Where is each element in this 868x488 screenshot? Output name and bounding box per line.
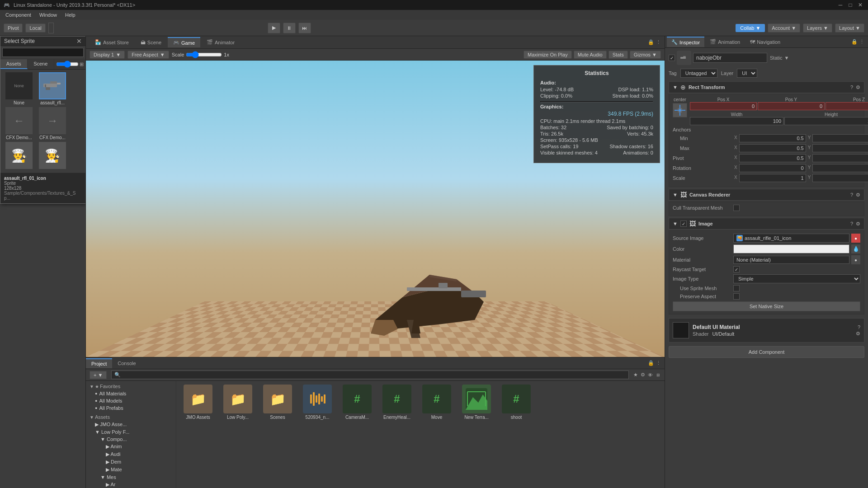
sprite-search-input[interactable] [2,48,84,57]
close-btn[interactable]: ✕ [856,1,864,9]
tree-ar[interactable]: ▶ Ar [104,481,174,488]
rect-transform-header[interactable]: ▼ ⊕ Rect Transform ? ⚙ [669,81,864,93]
scale-slider[interactable] [186,51,222,58]
gizmos-button[interactable]: Gizmos ▼ [630,51,661,59]
layout-button[interactable]: Layout ▼ [835,23,864,33]
minimize-btn[interactable]: ─ [836,1,844,9]
scale-x[interactable] [739,174,806,182]
height-field[interactable] [784,117,868,125]
sprite-tab-scene[interactable]: Scene [28,59,55,69]
proj-options-icon[interactable]: ⋮ [656,360,661,366]
tab-project[interactable]: Project [86,358,112,368]
sprite-item-none[interactable]: None None [3,72,35,105]
sprite-size-slider[interactable] [56,61,79,67]
tree-mes[interactable]: ▼ Mes [99,474,174,481]
image-enable-checkbox[interactable] [680,221,687,227]
rot-x[interactable] [739,164,806,172]
tab-navigation[interactable]: 🗺 Navigation [745,38,785,47]
layers-button[interactable]: Layers ▼ [803,23,832,33]
obj-enable-checkbox[interactable] [669,55,675,61]
pos-x-field[interactable] [690,102,757,110]
tab-console[interactable]: Console [112,359,141,368]
tab-inspector[interactable]: 🔧 Inspector [667,37,704,47]
display-button[interactable]: Display 1 ▼ [90,51,125,59]
layer-select[interactable]: UI [737,69,757,78]
use-sprite-checkbox[interactable] [733,285,740,291]
tab-asset-store[interactable]: 🏪 Asset Store [90,38,134,47]
rect-settings-icon[interactable]: ⚙ [856,84,860,90]
maximize-btn[interactable]: □ [846,1,854,9]
obj-name-input[interactable] [693,53,767,63]
sprite-window-close[interactable]: ✕ [76,38,82,44]
insp-lock-icon[interactable]: 🔒 [851,39,858,45]
tab-animator[interactable]: 🎬 Animator [201,38,240,47]
step-button[interactable]: ⏭ [298,23,311,33]
search-eye-icon[interactable]: 👁 [648,372,653,378]
anchor-icon[interactable] [673,103,687,117]
pause-button[interactable]: ⏸ [283,23,296,33]
image-help-icon[interactable]: ? [850,221,853,226]
anchor-max-x[interactable] [739,144,806,152]
asset-camera[interactable]: # CameraM... [339,385,375,420]
image-type-select[interactable]: Simple [733,274,860,283]
create-button[interactable]: + ▼ [90,371,107,379]
sprite-item-cfx1[interactable]: ← CFX Demo... [3,107,35,140]
pivot-x[interactable] [739,154,806,162]
asset-lowpoly[interactable]: 📁 Low Poly... [220,385,256,420]
add-component-button[interactable]: Add Component [669,346,864,358]
sprite-item-cfx2[interactable]: → CFX Demo... [37,107,68,140]
tree-lowpoly[interactable]: ▼ Low Poly F... [93,428,174,436]
canvas-help-icon[interactable]: ? [850,192,853,197]
asset-search-input[interactable] [121,372,626,378]
pos-z-field[interactable] [826,102,868,110]
asset-terrain[interactable]: New Terra... [458,385,495,420]
tab-animation[interactable]: 🎬 Animation [705,37,745,47]
mute-button[interactable]: Mute Audio [574,51,607,59]
scene-options-icon[interactable]: ⋮ [656,39,661,45]
anchor-min-y[interactable] [812,134,868,142]
asset-scenes[interactable]: 📁 Scenes [259,385,296,420]
canvas-settings-icon[interactable]: ⚙ [856,192,860,198]
asset-520934[interactable]: 520934_n... [299,385,335,420]
pivot-y[interactable] [812,154,868,162]
tree-dem[interactable]: ▶ Dem [104,458,174,466]
anchor-min-x[interactable] [739,134,806,142]
tree-all-materials[interactable]: ● All Materials [93,390,174,397]
cull-checkbox[interactable] [733,205,740,211]
material-select-btn[interactable]: ● [851,255,860,264]
scale-y[interactable] [812,174,868,182]
sprite-item-chef1[interactable]: 👨‍🍳 [3,142,35,170]
play-button[interactable]: ▶ [268,23,280,33]
scene-lock-icon[interactable]: 🔒 [648,39,654,45]
color-picker[interactable] [733,244,849,253]
tree-mate[interactable]: ▶ Mate [104,466,174,474]
anchor-max-y[interactable] [812,144,868,152]
sprite-tab-assets[interactable]: Assets [0,59,28,69]
tab-game[interactable]: 🎮 Game [168,37,200,47]
pos-y-field[interactable] [758,102,825,110]
static-dropdown[interactable]: ▼ [784,55,789,61]
width-field[interactable] [690,117,783,125]
asset-jmo[interactable]: 📁 JMO Assets [180,385,216,420]
tree-all-prefabs[interactable]: ● All Prefabs [93,404,174,412]
insp-options-icon[interactable]: ⋮ [859,39,864,45]
search-filter-icon[interactable]: ⚙ [641,372,645,378]
pivot-button[interactable]: Pivot [4,23,23,33]
canvas-renderer-header[interactable]: ▼ 🖼 Canvas Renderer ? ⚙ [669,189,864,201]
color-eyedropper[interactable]: 💧 [851,244,860,253]
collab-button[interactable]: Collab ▼ [736,24,765,32]
proj-lock-icon[interactable]: 🔒 [648,360,654,366]
maximize-button[interactable]: Maximize On Play [524,51,572,59]
aspect-button[interactable]: Free Aspect ▼ [127,51,169,59]
asset-shoot[interactable]: # shoot [498,385,534,420]
tree-anim[interactable]: ▶ Anim [104,443,174,450]
rot-y[interactable] [812,164,868,172]
asset-enemy[interactable]: # EnemyHeal... [379,385,415,420]
tab-scene[interactable]: 🏔 Scene [135,38,167,47]
menu-component[interactable]: Component [2,11,35,19]
tree-jmo[interactable]: ▶ JMO Asse... [93,421,174,428]
menu-help[interactable]: Help [61,11,79,19]
asset-move[interactable]: # Move [419,385,455,420]
raycast-checkbox[interactable] [733,266,740,272]
sprite-item-chef2[interactable]: 🧑‍🍳 [37,142,68,170]
